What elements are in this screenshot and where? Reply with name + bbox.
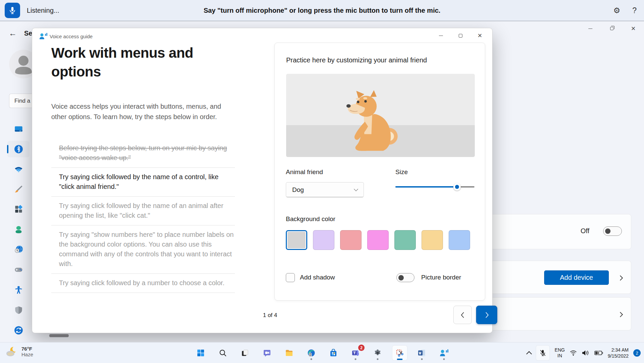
- clock[interactable]: 2:34 AM 9/15/2022: [608, 347, 629, 359]
- settings-title-fragment: Se: [24, 30, 32, 37]
- close-icon[interactable]: ✕: [623, 21, 644, 36]
- sidebar-item-bluetooth-devices[interactable]: [14, 145, 23, 154]
- page-title: Work with menus and options: [51, 44, 246, 81]
- sidebar-item-gaming[interactable]: [14, 265, 23, 274]
- gear-icon[interactable]: ⚙: [614, 6, 621, 15]
- wifi-icon[interactable]: [570, 350, 577, 356]
- chevron-right-icon[interactable]: [618, 275, 623, 280]
- chevron-down-icon: [354, 187, 358, 191]
- background-color-swatches: [286, 230, 470, 250]
- add-shadow-checkbox[interactable]: [286, 273, 295, 282]
- voice-access-icon: [39, 32, 48, 40]
- system-tray: ENG IN 2:34 AM 9/15/2022 2: [527, 343, 641, 363]
- teams-button[interactable]: 2: [348, 345, 363, 361]
- color-swatch-peach[interactable]: [422, 230, 443, 250]
- previous-page-button[interactable]: [453, 306, 472, 324]
- voice-access-button[interactable]: [436, 345, 452, 361]
- color-swatch-lavender[interactable]: [313, 230, 334, 250]
- taskbar-apps: 2: [193, 343, 452, 363]
- bluetooth-toggle-label: Off: [581, 227, 589, 235]
- sidebar-item-system[interactable]: [14, 125, 23, 134]
- help-icon[interactable]: ?: [632, 6, 637, 15]
- picture-border-label: Picture border: [421, 274, 461, 281]
- edge-icon: [307, 349, 315, 357]
- chevron-up-icon[interactable]: [526, 351, 532, 357]
- next-page-button[interactable]: [476, 306, 497, 324]
- add-device-button[interactable]: Add device: [544, 270, 609, 285]
- search-icon: [219, 349, 227, 357]
- color-swatch-teal[interactable]: [394, 230, 416, 250]
- chevron-right-icon[interactable]: [618, 312, 623, 317]
- close-icon[interactable]: ✕: [470, 29, 490, 42]
- background-color-label: Background color: [286, 215, 335, 223]
- word-icon: [418, 349, 426, 357]
- size-slider[interactable]: [395, 183, 474, 191]
- practice-card: Practice here by customizing your animal…: [274, 43, 485, 301]
- steps-list: Before trying the steps below, turn on y…: [51, 139, 235, 293]
- step-item: Try saying click followed by a number to…: [51, 274, 235, 293]
- speaker-icon[interactable]: [582, 350, 590, 356]
- color-swatch-magenta[interactable]: [367, 230, 389, 250]
- weather-condition: Haze: [21, 352, 33, 357]
- gear-icon: [374, 349, 382, 357]
- tray-time: 2:34 AM: [608, 347, 629, 353]
- tray-mic-muted[interactable]: [536, 345, 550, 361]
- voicebar-hint: Say "turn off microphone" or long press …: [0, 0, 644, 21]
- snipping-tool-button[interactable]: [392, 345, 407, 361]
- store-button[interactable]: [326, 345, 341, 361]
- animal-friend-select[interactable]: Dog: [286, 182, 364, 197]
- step-item: Before trying the steps below, turn on y…: [51, 139, 235, 168]
- task-view-button[interactable]: [237, 345, 253, 361]
- language-line2: IN: [555, 353, 565, 359]
- language-line1: ENG: [555, 347, 565, 353]
- voice-access-icon: [439, 349, 449, 357]
- edge-button[interactable]: [304, 345, 319, 361]
- sidebar-item-personalization[interactable]: [14, 185, 23, 194]
- minimize-icon[interactable]: [431, 29, 451, 42]
- tray-date: 9/15/2022: [608, 353, 629, 359]
- folder-icon: [285, 349, 293, 357]
- picture-border-toggle[interactable]: [396, 273, 414, 282]
- restore-icon[interactable]: [601, 21, 623, 36]
- practice-title: Practice here by customizing your animal…: [286, 56, 427, 64]
- size-slider-thumb[interactable]: [453, 183, 461, 191]
- store-icon: [329, 349, 337, 357]
- pagination-status: 1 of 4: [253, 312, 287, 319]
- color-swatch-gray[interactable]: [286, 230, 307, 250]
- taskbar: 76°F Haze: [0, 342, 644, 363]
- animal-preview: [286, 74, 475, 157]
- settings-button[interactable]: [370, 345, 385, 361]
- step-item: Try saying click followed by the name of…: [51, 168, 235, 197]
- word-button[interactable]: [414, 345, 430, 361]
- sidebar-item-apps[interactable]: [14, 205, 23, 214]
- intro-text: Voice access helps you interact with but…: [51, 101, 236, 122]
- size-slider-fill: [395, 186, 457, 188]
- search-button[interactable]: [215, 345, 231, 361]
- bluetooth-toggle[interactable]: [603, 226, 622, 236]
- sidebar-item-time-language[interactable]: [14, 245, 23, 254]
- weather-icon: [5, 345, 18, 358]
- language-indicator[interactable]: ENG IN: [555, 347, 565, 359]
- chat-button[interactable]: [259, 345, 275, 361]
- microphone-muted-icon: [539, 349, 546, 357]
- size-label: Size: [395, 168, 408, 176]
- battery-charging-icon[interactable]: [594, 350, 603, 356]
- sidebar-item-privacy-security[interactable]: [14, 306, 23, 315]
- minimize-icon[interactable]: [580, 21, 601, 36]
- back-arrow-icon[interactable]: ←: [9, 29, 17, 38]
- maximize-icon[interactable]: [451, 29, 470, 42]
- sidebar-item-windows-update[interactable]: [14, 326, 23, 335]
- sidebar-item-accessibility[interactable]: [14, 286, 23, 295]
- file-explorer-button[interactable]: [281, 345, 297, 361]
- weather-widget[interactable]: 76°F Haze: [5, 345, 33, 358]
- color-swatch-blue[interactable]: [449, 230, 470, 250]
- notification-count-badge[interactable]: 2: [633, 349, 641, 357]
- sidebar-item-network[interactable]: [14, 165, 23, 174]
- settings-window-controls: ✕: [580, 21, 644, 36]
- voice-access-bar: Listening... Say "turn off microphone" o…: [0, 0, 644, 21]
- animal-friend-label: Animal friend: [286, 168, 323, 176]
- sidebar-item-accounts[interactable]: [14, 225, 23, 234]
- teams-icon: [351, 349, 360, 357]
- color-swatch-salmon[interactable]: [340, 230, 362, 250]
- start-button[interactable]: [193, 345, 208, 361]
